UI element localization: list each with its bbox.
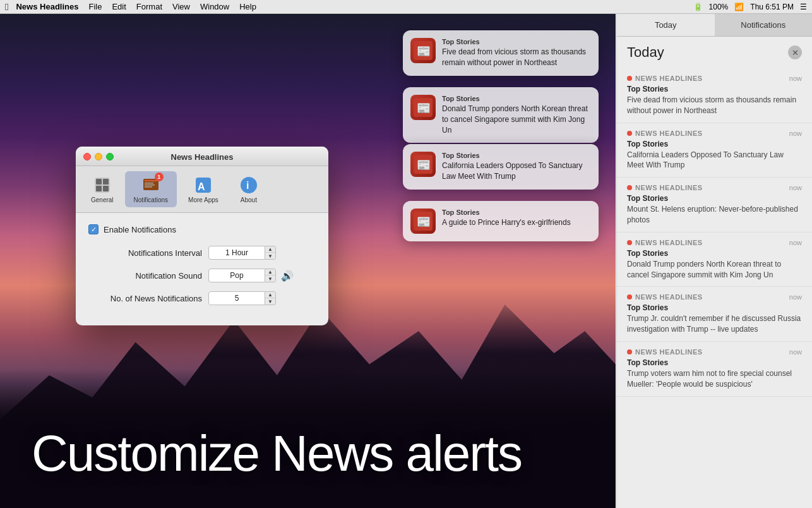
- enable-notifications-checkbox[interactable]: [88, 224, 99, 234]
- interval-down[interactable]: ▼: [265, 253, 275, 259]
- notif-category-0: Top Stories: [627, 85, 802, 94]
- news-card-2[interactable]: 📰 Top Stories Donald Trump ponders North…: [403, 87, 599, 143]
- news-card-icon-3: 📰: [410, 152, 436, 177]
- app-dot-0: [627, 76, 632, 81]
- news-card-content-1: Top Stories Five dead from vicious storm…: [442, 38, 591, 68]
- toolbar-item-more-apps[interactable]: A More Apps: [179, 171, 227, 207]
- count-stepper: ▲ ▼: [208, 291, 276, 305]
- interval-input[interactable]: [208, 246, 265, 260]
- news-card-1[interactable]: 📰 Top Stories Five dead from vicious sto…: [403, 30, 599, 76]
- news-card-content-4: Top Stories A guide to Prince Harry's ex…: [442, 209, 571, 228]
- news-card-icon-1: 📰: [410, 38, 436, 63]
- svg-rect-11: [96, 186, 102, 191]
- general-label: General: [91, 197, 114, 203]
- count-input[interactable]: [208, 291, 265, 305]
- sound-stepper: ▲ ▼: [208, 269, 276, 282]
- news-card-category-3: Top Stories: [442, 152, 591, 159]
- notif-time-1: now: [789, 130, 802, 137]
- notif-item-5[interactable]: NEWS HEADLINES now Top Stories Trump vot…: [617, 342, 812, 397]
- interval-up[interactable]: ▲: [265, 246, 275, 253]
- svg-text:i: i: [246, 180, 249, 191]
- maximize-button[interactable]: [106, 153, 114, 160]
- news-card-headline-4: A guide to Prince Harry's ex-girlfriends: [442, 217, 571, 228]
- prefs-titlebar: News Headlines: [76, 147, 328, 166]
- news-card-3[interactable]: 📰 Top Stories California Leaders Opposed…: [403, 144, 599, 190]
- close-button[interactable]: [83, 153, 91, 160]
- customize-text: Customize News alerts: [32, 425, 522, 483]
- tab-today[interactable]: Today: [617, 14, 715, 36]
- news-card-content-2: Top Stories Donald Trump ponders North K…: [442, 95, 591, 135]
- notif-panel-tabs: Today Notifications: [617, 14, 812, 37]
- svg-rect-10: [103, 179, 109, 184]
- toolbar-item-notifications[interactable]: 1 Notifications: [125, 171, 177, 207]
- app-dot-2: [627, 185, 632, 190]
- app-name[interactable]: News Headlines: [16, 2, 78, 11]
- toolbar-item-about[interactable]: i About: [230, 171, 268, 207]
- battery-icon: 🔋: [693, 3, 703, 11]
- minimize-button[interactable]: [95, 153, 102, 160]
- tab-notifications[interactable]: Notifications: [715, 14, 813, 36]
- notif-item-3[interactable]: NEWS HEADLINES now Top Stories Donald Tr…: [617, 233, 812, 287]
- today-label: Today: [627, 44, 664, 61]
- notif-time-3: now: [789, 239, 802, 246]
- svg-rect-16: [145, 184, 155, 186]
- sound-label: Notification Sound: [88, 271, 202, 281]
- sound-down[interactable]: ▼: [265, 275, 275, 282]
- notif-time-4: now: [789, 293, 802, 301]
- svg-text:📰: 📰: [417, 101, 431, 115]
- notif-time-5: now: [789, 348, 802, 356]
- menu-view[interactable]: View: [172, 2, 190, 11]
- app-dot-4: [627, 294, 632, 299]
- more-apps-label: More Apps: [188, 197, 218, 203]
- notif-item-header-5: NEWS HEADLINES now: [627, 348, 802, 356]
- menu-window[interactable]: Window: [200, 2, 229, 11]
- notif-app-name-4: NEWS HEADLINES: [627, 293, 703, 301]
- notif-item-1[interactable]: NEWS HEADLINES now Top Stories Californi…: [617, 123, 812, 178]
- notif-time-2: now: [789, 184, 802, 191]
- news-card-4[interactable]: 📰 Top Stories A guide to Prince Harry's …: [403, 201, 599, 241]
- sound-input[interactable]: [208, 269, 265, 282]
- notifications-label: Notifications: [134, 197, 168, 203]
- notification-list: NEWS HEADLINES now Top Stories Five dead…: [617, 66, 812, 508]
- count-label: No. of News Notifications: [88, 294, 202, 303]
- notif-app-name-1: NEWS HEADLINES: [627, 130, 703, 137]
- count-arrows: ▲ ▼: [265, 291, 276, 305]
- news-card-icon-2: 📰: [410, 95, 436, 120]
- sound-up[interactable]: ▲: [265, 269, 275, 275]
- news-card-content-3: Top Stories California Leaders Opposed T…: [442, 152, 591, 182]
- menubar-right: 🔋 100% 📶 Thu 6:51 PM ☰: [693, 3, 807, 11]
- sound-speaker-icon[interactable]: 🔊: [281, 270, 294, 282]
- count-down[interactable]: ▼: [265, 298, 275, 305]
- toolbar-item-general[interactable]: General: [82, 171, 122, 207]
- clock: Thu 6:51 PM: [750, 3, 794, 11]
- notif-headline-0: Five dead from vicious storm as thousand…: [627, 95, 802, 116]
- menu-help[interactable]: Help: [239, 2, 256, 11]
- news-card-headline-2: Donald Trump ponders North Korean threat…: [442, 104, 591, 135]
- about-label: About: [241, 197, 257, 203]
- menubar:  News Headlines File Edit Format View W…: [0, 0, 812, 14]
- notif-item-4[interactable]: NEWS HEADLINES now Top Stories Trump Jr.…: [617, 287, 812, 342]
- notif-item-header-3: NEWS HEADLINES now: [627, 239, 802, 246]
- about-icon: i: [239, 175, 259, 195]
- notif-panel-header: Today ✕: [617, 37, 812, 66]
- news-card-headline-3: California Leaders Opposed To Sanctuary …: [442, 160, 591, 182]
- svg-text:📰: 📰: [417, 158, 431, 172]
- notifications-icon: 1: [141, 175, 161, 195]
- menu-edit[interactable]: Edit: [112, 2, 126, 11]
- notif-app-name-3: NEWS HEADLINES: [627, 239, 703, 246]
- control-center-icon[interactable]: ☰: [800, 3, 807, 11]
- apple-menu[interactable]: : [5, 1, 8, 12]
- svg-rect-14: [145, 180, 157, 181]
- notif-item-2[interactable]: NEWS HEADLINES now Top Stories Mount St.…: [617, 178, 812, 233]
- prefs-content: Enable Notifications Notifications Inter…: [76, 213, 328, 325]
- clear-button[interactable]: ✕: [788, 45, 802, 59]
- count-up[interactable]: ▲: [265, 292, 275, 298]
- menu-file[interactable]: File: [88, 2, 102, 11]
- notif-item-0[interactable]: NEWS HEADLINES now Top Stories Five dead…: [617, 68, 812, 123]
- notif-app-name-0: NEWS HEADLINES: [627, 75, 703, 82]
- badge-count: 1: [155, 172, 164, 181]
- enable-notifications-label: Enable Notifications: [104, 225, 176, 234]
- sound-arrows: ▲ ▼: [265, 269, 276, 282]
- interval-stepper: ▲ ▼: [208, 246, 276, 260]
- menu-format[interactable]: Format: [136, 2, 162, 11]
